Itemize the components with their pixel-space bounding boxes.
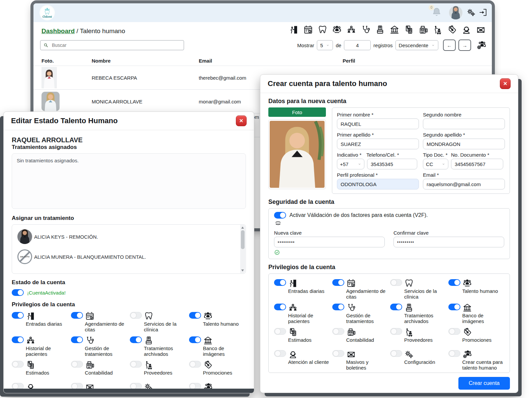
door-exit-toggle[interactable]	[274, 279, 286, 286]
stethoscope-toggle[interactable]	[71, 336, 83, 343]
tooth-icon	[404, 278, 414, 288]
sort-order-select[interactable]: Descendente	[395, 40, 438, 50]
doc-calc-toggle[interactable]	[12, 361, 24, 368]
privilege-archive: Tratamientos archivados	[390, 303, 446, 324]
stethoscope-icon[interactable]	[361, 25, 371, 35]
scrollbar-thumb[interactable]	[241, 230, 245, 249]
bank-icon[interactable]	[389, 25, 400, 35]
group-icon[interactable]	[346, 25, 356, 35]
settings-gears-icon[interactable]	[466, 8, 476, 17]
indicativo-select[interactable]: +57	[337, 159, 364, 169]
tooth-toggle[interactable]	[390, 279, 402, 286]
add-talent-icon[interactable]	[476, 40, 486, 50]
crowd-plus-toggle[interactable]	[448, 350, 460, 357]
mail-icon[interactable]	[476, 25, 486, 35]
confirmar-clave-field[interactable]	[393, 237, 504, 247]
crowd-icon[interactable]	[332, 25, 342, 35]
logout-icon[interactable]	[478, 8, 488, 17]
v2f-toggle[interactable]	[274, 212, 286, 219]
breadcrumb-current: Talento humano	[80, 27, 125, 34]
search-box[interactable]	[40, 40, 184, 50]
create-modal-title: Crear cuenta para talento humano	[268, 79, 387, 88]
telefono-field[interactable]	[367, 159, 417, 169]
privileges-box: Entradas diariasAgendamiento de citasSer…	[268, 273, 510, 373]
door-exit-toggle[interactable]	[12, 312, 24, 319]
top-bar: Odont 0	[33, 3, 492, 22]
notifications-bell-icon[interactable]	[432, 7, 442, 17]
page-size-select[interactable]: 5	[317, 40, 333, 50]
doc-calc-toggle[interactable]	[274, 328, 286, 335]
cart-icon[interactable]	[433, 25, 443, 35]
scrollbar[interactable]	[240, 225, 245, 273]
bank-toggle[interactable]	[189, 336, 201, 343]
door-exit-icon[interactable]	[289, 25, 299, 35]
tooth-toggle[interactable]	[130, 312, 142, 319]
crowd-toggle[interactable]	[448, 279, 460, 286]
prev-page-button[interactable]: ←	[443, 39, 456, 51]
user-avatar[interactable]	[449, 6, 462, 19]
privilege-label: Entradas diarias	[26, 321, 69, 327]
crear-cuenta-button[interactable]: Crear cuenta	[458, 377, 510, 390]
calendar-toggle[interactable]	[332, 279, 344, 286]
total-records-field[interactable]: 4	[344, 40, 371, 50]
show-password-eye-icon[interactable]	[274, 220, 282, 227]
tag-toggle[interactable]	[189, 361, 201, 368]
bank-icon	[203, 336, 213, 345]
tag-icon	[462, 327, 472, 337]
archive-icon[interactable]	[375, 25, 385, 35]
stethoscope-toggle[interactable]	[332, 304, 344, 310]
close-icon[interactable]: ✕	[236, 115, 247, 126]
crowd-toggle[interactable]	[189, 312, 201, 319]
cart-toggle[interactable]	[390, 328, 402, 335]
asignar-heading: Asignar un tratamiento	[12, 215, 246, 222]
close-icon[interactable]: ✕	[500, 78, 511, 89]
calendar-icon[interactable]	[303, 25, 313, 35]
privilege-label: Agendamiento de citas	[85, 321, 128, 332]
foto-button[interactable]: Foto	[268, 107, 326, 117]
bank-toggle[interactable]	[448, 304, 460, 310]
tag-icon[interactable]	[447, 25, 457, 35]
app-logo[interactable]: Odont	[39, 5, 55, 20]
tooth-icon[interactable]	[318, 25, 328, 35]
perfil-profesional-field[interactable]	[337, 179, 419, 189]
fax-toggle[interactable]	[332, 328, 344, 335]
privilege-fax: Contabilidad	[71, 360, 128, 379]
privilege-doc-calc: Estimados	[12, 360, 69, 379]
calendar-toggle[interactable]	[71, 312, 83, 319]
calendar-icon	[346, 278, 356, 288]
mail-toggle[interactable]	[332, 350, 344, 357]
next-page-button[interactable]: →	[458, 39, 471, 51]
nurse-toggle[interactable]	[274, 350, 286, 357]
nurse-icon[interactable]	[461, 25, 471, 35]
estado-toggle[interactable]	[12, 289, 24, 296]
primer-apellido-field[interactable]	[337, 139, 419, 149]
segundo-apellido-field[interactable]	[423, 139, 505, 149]
fax-icon[interactable]	[418, 25, 428, 35]
no-documento-field[interactable]	[451, 159, 503, 169]
scroll-down-icon[interactable]	[241, 269, 244, 271]
privilege-calendar: Agendamiento de citas	[332, 278, 388, 300]
privilege-label: Promociones	[462, 337, 505, 343]
archive-toggle[interactable]	[390, 304, 402, 310]
breadcrumb-dashboard-link[interactable]: Dashboard	[41, 27, 75, 34]
fax-toggle[interactable]	[71, 361, 83, 368]
assign-treatment-item[interactable]: SIN FOTOALICIA MUNERA - BLANQUEAMIENTO D…	[17, 249, 237, 264]
list-controls-row: Mostrar 5 de 4 registros Descendente ← →	[33, 40, 492, 54]
privilege-crowd: Talento humano	[189, 311, 246, 332]
group-toggle[interactable]	[274, 304, 286, 310]
profile-photo	[268, 120, 326, 189]
group-toggle[interactable]	[12, 336, 24, 343]
primer-nombre-field[interactable]	[337, 118, 419, 129]
assign-treatment-item[interactable]: ALICIA KEYS - REMOCIÓN.	[17, 229, 237, 244]
scroll-up-icon[interactable]	[241, 227, 244, 229]
gears-toggle[interactable]	[390, 350, 402, 357]
doc-calc-icon[interactable]	[404, 25, 414, 35]
search-input[interactable]	[51, 42, 181, 48]
tipo-doc-select[interactable]: CC	[423, 159, 448, 169]
archive-toggle[interactable]	[130, 336, 142, 343]
email-field[interactable]	[423, 179, 505, 189]
tag-toggle[interactable]	[448, 328, 460, 335]
cart-toggle[interactable]	[130, 361, 142, 368]
segundo-nombre-field[interactable]	[423, 118, 505, 129]
nueva-clave-field[interactable]	[274, 237, 385, 247]
